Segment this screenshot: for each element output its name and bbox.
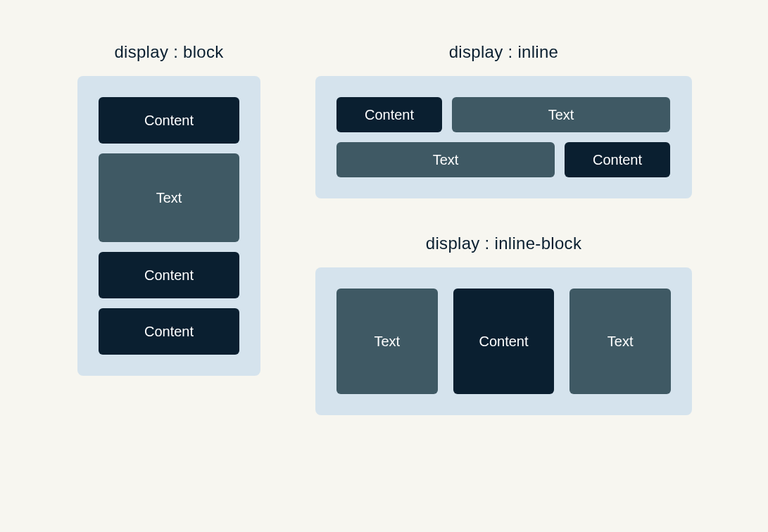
inline-item-2: Text <box>336 142 555 177</box>
inline-item-0: Content <box>336 97 442 132</box>
block-item-3: Content <box>99 308 239 355</box>
inlineblock-item-0: Text <box>336 289 438 394</box>
inlineblock-container: TextContentText <box>315 267 692 415</box>
inline-item-label: Text <box>548 107 574 123</box>
inline-item-label: Text <box>433 152 459 168</box>
block-item-1: Text <box>99 153 239 242</box>
inlineblock-item-label: Content <box>479 334 528 350</box>
inline-item-3: Content <box>565 142 670 177</box>
inline-item-label: Content <box>593 152 642 168</box>
inlineblock-item-label: Text <box>608 334 634 350</box>
block-container: ContentTextContentContent <box>77 76 260 376</box>
block-item-0: Content <box>99 97 239 144</box>
right-column: display : inline ContentTextTextContent … <box>310 42 698 490</box>
inlineblock-item-label: Text <box>374 334 400 350</box>
inline-item-1: Text <box>452 97 670 132</box>
inlineblock-item-1: Content <box>453 289 555 394</box>
inlineblock-section: display : inline-block TextContentText <box>310 234 698 415</box>
inline-item-label: Content <box>365 107 414 123</box>
inline-container: ContentTextTextContent <box>315 76 692 198</box>
inline-title: display : inline <box>449 42 559 62</box>
block-title: display : block <box>114 42 223 62</box>
inline-section: display : inline ContentTextTextContent <box>310 42 698 198</box>
inlineblock-item-2: Text <box>569 289 671 394</box>
block-item-label: Content <box>144 113 194 129</box>
inlineblock-title: display : inline-block <box>426 234 581 253</box>
block-section: display : block ContentTextContentConten… <box>70 42 267 490</box>
block-item-label: Content <box>144 324 194 340</box>
block-item-label: Text <box>156 190 182 206</box>
block-item-2: Content <box>99 252 239 298</box>
block-item-label: Content <box>144 267 194 284</box>
